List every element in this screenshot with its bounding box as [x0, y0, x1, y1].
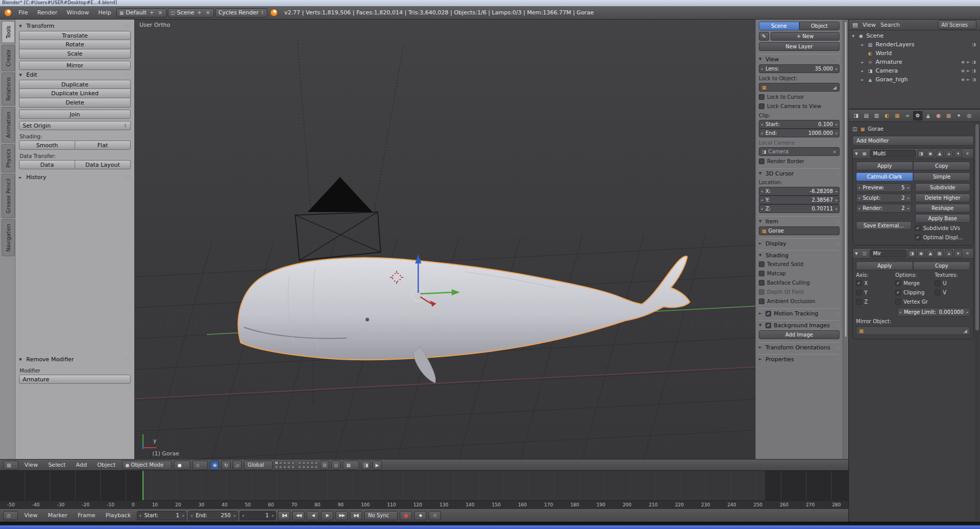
transform-orientations-panel-header[interactable]: ► Transform Orientations [759, 342, 840, 351]
copy-button[interactable]: Copy [913, 261, 970, 270]
move-up-button[interactable]: ▴ [945, 150, 953, 157]
add-scene-icon[interactable]: + [197, 10, 203, 15]
layer-cell[interactable] [302, 465, 306, 469]
lock-to-object-field[interactable]: ▦ ◢ [759, 83, 840, 92]
properties-panel-header[interactable]: ► Properties [759, 354, 840, 363]
outliner-row-world[interactable]: ◐ World [851, 49, 979, 58]
apply-base-button[interactable]: Apply Base [915, 214, 971, 223]
tab-render[interactable]: ◨ [851, 111, 861, 120]
lock-camera-to-view-checkbox[interactable]: Lock Camera to View [759, 102, 840, 110]
subdivide-button[interactable]: Subdivide [915, 183, 971, 192]
viewport-shading-select[interactable]: ● ↕ [174, 461, 190, 470]
tab-data[interactable]: ▲ [923, 111, 933, 120]
editor-type-button[interactable]: ▧ ▾ [3, 461, 19, 470]
motion-tracking-panel-header[interactable]: ► ✓ Motion Tracking [759, 308, 840, 317]
tab-world[interactable]: ◐ [882, 111, 892, 120]
record-button[interactable]: ● [400, 511, 412, 520]
tab-navigation[interactable]: Navigation [2, 219, 15, 256]
merge-limit-field[interactable]: Merge Limit: 0.001000 [897, 308, 970, 316]
render-level-field[interactable]: Render: 2 [856, 204, 912, 213]
pivot-select[interactable]: ◇ ↕ [192, 461, 208, 470]
texture-u-checkbox[interactable]: U [935, 279, 970, 287]
layer-cell[interactable] [287, 461, 291, 465]
copy-button[interactable]: Copy [913, 162, 970, 170]
axis-x-checkbox[interactable]: ✓ X [856, 279, 892, 287]
expander-icon[interactable]: ► [860, 78, 865, 81]
tab-modifiers[interactable]: ⚙ [913, 111, 922, 120]
cursor-x-field[interactable]: X: -6.28208 [759, 187, 840, 196]
layer-cell[interactable] [314, 465, 318, 469]
previous-keyframe-button[interactable]: ◀◀ [292, 511, 305, 520]
new-layer-button[interactable]: New Layer [759, 42, 840, 51]
shading-panel-header[interactable]: ▼ Shading [759, 250, 840, 259]
texture-v-checkbox[interactable]: V [935, 289, 970, 296]
clip-end-field[interactable]: End: 1000.000 [759, 129, 840, 137]
renderability-icon[interactable]: ◨ [972, 60, 976, 64]
menu-window[interactable]: Window [63, 8, 93, 17]
selectability-icon[interactable]: ► [967, 68, 970, 73]
axis-z-checkbox[interactable]: Z [856, 298, 892, 306]
tab-tools[interactable]: Tools [2, 21, 15, 43]
manipulator-rotate-toggle[interactable]: ↻ [221, 461, 230, 470]
item-panel-header[interactable]: ▼ Item [759, 216, 840, 225]
outliner-view-menu[interactable]: View [862, 22, 876, 28]
render-border-checkbox[interactable]: Render Border [759, 157, 840, 165]
set-origin-menu[interactable]: Set Origin ↕ [19, 121, 131, 130]
history-panel-header[interactable]: ► History [19, 172, 131, 182]
npanel-scrollbar[interactable] [843, 20, 848, 459]
lens-slider[interactable]: Lens: 35.000 [759, 64, 840, 73]
eyedropper-icon[interactable]: ◢ [833, 85, 836, 90]
layer-cell[interactable] [275, 461, 278, 465]
expander-icon[interactable]: ▼ [851, 34, 856, 38]
mirror-object-field[interactable]: ▦ ◢ [856, 326, 970, 335]
frame-start-field[interactable]: Start: 1 [137, 511, 186, 520]
scrollbar-thumb[interactable] [975, 124, 979, 330]
orientation-select[interactable]: Global ↕ [244, 461, 273, 470]
gp-new-button[interactable]: + New [771, 32, 840, 41]
gp-source-object-tab[interactable]: Object [799, 22, 840, 30]
tab-material[interactable]: ● [934, 111, 943, 120]
outliner-row-renderlayers[interactable]: ► ▤ RenderLayers ◨ [851, 40, 979, 49]
clip-start-field[interactable]: Start: 0.100 [759, 120, 840, 129]
cursor-y-field[interactable]: Y: 2.38567 [759, 196, 840, 204]
lock-to-cursor-checkbox[interactable]: Lock to Cursor [759, 93, 840, 101]
apply-button[interactable]: Apply [856, 162, 913, 170]
visibility-eye-icon[interactable]: ◉ [961, 77, 965, 82]
close-icon[interactable]: × [964, 150, 971, 157]
screen-layout-selector[interactable]: ▦ Default + × [116, 8, 167, 17]
add-image-button[interactable]: Add Image [759, 330, 840, 339]
jump-to-start-button[interactable]: ▮◀ [278, 511, 290, 520]
move-down-button[interactable]: ▾ [954, 250, 962, 257]
tab-grease-pencil[interactable]: Grease Pencil [2, 174, 15, 218]
outliner-editor-icon[interactable]: ▤ [852, 22, 858, 28]
blender-app-icon[interactable] [4, 9, 12, 16]
expander-icon[interactable]: ► [860, 69, 865, 73]
layer-cell[interactable] [291, 465, 295, 469]
select-menu[interactable]: Select [44, 461, 70, 469]
menu-render[interactable]: Render [33, 8, 61, 17]
backface-culling-checkbox[interactable]: Backface Culling [759, 279, 840, 287]
tab-texture[interactable]: ▦ [944, 111, 953, 120]
jump-to-end-button[interactable]: ▶▮ [350, 511, 362, 520]
mirror-button[interactable]: Mirror [19, 61, 131, 70]
add-screen-icon[interactable]: + [149, 10, 155, 15]
gp-source-scene-tab[interactable]: Scene [759, 22, 799, 30]
expander-icon[interactable]: ► [860, 43, 865, 46]
layer-cell[interactable] [283, 461, 287, 465]
timeline-frame-menu[interactable]: Frame [74, 511, 99, 520]
editmode-visibility-toggle[interactable]: ▲ [926, 250, 934, 257]
add-modifier-dropdown[interactable]: Add Modifier ↕ [852, 136, 974, 146]
manipulator-translate-toggle[interactable]: ⊕ [210, 461, 219, 470]
smooth-button[interactable]: Smooth [19, 140, 75, 150]
item-name-field[interactable]: ▦ Gorae [759, 226, 840, 235]
scrollbar-thumb[interactable] [844, 21, 847, 338]
viewport-3d[interactable]: User Ortho y (1) Gorae [135, 20, 755, 459]
layer-cell[interactable] [287, 465, 291, 469]
duplicate-linked-button[interactable]: Duplicate Linked [19, 89, 131, 98]
optimal-display-checkbox[interactable]: ✓ Optimal Displ... [915, 234, 971, 241]
layer-cell[interactable] [279, 461, 282, 465]
render-anim-button[interactable]: ▶ [372, 461, 382, 470]
motion-tracking-checkbox[interactable]: ✓ [765, 311, 771, 316]
layer-cell[interactable] [275, 465, 278, 469]
viewport-visibility-toggle[interactable]: ◉ [926, 150, 934, 157]
